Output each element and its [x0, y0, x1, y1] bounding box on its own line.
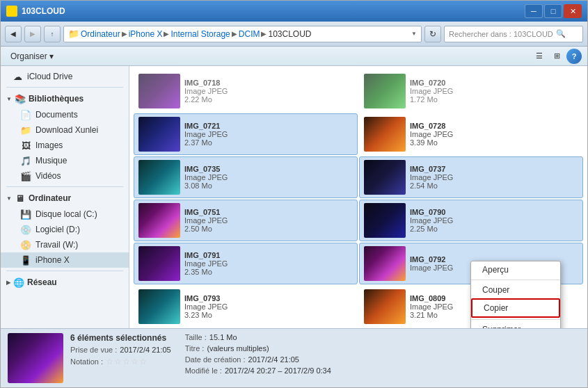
minimize-button[interactable]: ─	[525, 4, 543, 18]
file-thumbnail	[364, 289, 406, 324]
sidebar: ☁ iCloud Drive ▼ 📚 Bibliothèques 📄 Docum…	[1, 66, 129, 328]
context-menu-item-supprimer[interactable]: Supprimer	[471, 321, 560, 328]
file-name: IMG_0790	[410, 208, 578, 216]
file-item[interactable]: IMG_0751 Image JPEG 2.50 Mo	[134, 200, 358, 241]
file-type: Image JPEG	[410, 216, 578, 225]
file-item[interactable]: IMG_0718 Image JPEG 2.22 Mo	[134, 70, 358, 112]
refresh-button[interactable]: ↻	[424, 26, 441, 42]
computer-icon: 🖥	[15, 193, 26, 204]
breadcrumb-dropdown-icon[interactable]: ▼	[411, 31, 417, 37]
view-details-button[interactable]: ☰	[532, 49, 547, 64]
up-button[interactable]: ↑	[44, 26, 61, 42]
expand-icon-2: ▼	[6, 195, 12, 202]
sidebar-group-reseau[interactable]: ▶ 🌐 Réseau	[1, 274, 129, 291]
file-type: Image JPEG	[184, 130, 353, 138]
sidebar-item-download[interactable]: 📁 Download Xunlei	[1, 122, 129, 138]
network-icon: 🌐	[13, 277, 24, 288]
file-type: Image JPEG	[184, 216, 353, 225]
file-item[interactable]: IMG_0721 Image JPEG 2.37 Mo	[134, 113, 358, 155]
file-type: Image JPEG	[184, 173, 353, 181]
breadcrumb-item-iphone[interactable]: iPhone X	[129, 29, 163, 39]
expand-icon: ▼	[6, 96, 12, 102]
file-thumbnail	[364, 246, 406, 281]
context-menu-separator-2	[471, 319, 560, 320]
file-name: IMG_0793	[184, 294, 353, 302]
back-button[interactable]: ◀	[5, 26, 22, 42]
disk-d-icon: 💿	[20, 224, 31, 235]
sidebar-item-w-drive[interactable]: 📀 Travail (W:)	[1, 237, 129, 252]
sidebar-item-d-drive[interactable]: 💿 Logiciel (D:)	[1, 222, 129, 237]
star-1[interactable]: ☆	[106, 357, 113, 366]
file-type: Image JPEG	[184, 302, 353, 311]
file-thumbnail	[138, 246, 180, 281]
sidebar-group-ordinateur[interactable]: ▼ 🖥 Ordinateur	[1, 190, 129, 207]
sidebar-item-iphone[interactable]: 📱 iPhone X	[1, 252, 129, 268]
sidebar-item-images[interactable]: 🖼 Images	[1, 138, 129, 153]
download-icon: 📁	[20, 124, 31, 136]
help-button[interactable]: ?	[566, 49, 582, 64]
star-3[interactable]: ☆	[122, 357, 130, 366]
search-icon[interactable]: 🔍	[556, 29, 566, 38]
breadcrumb-item-ordinateur[interactable]: Ordinateur	[81, 29, 120, 39]
sidebar-item-c-drive[interactable]: 💾 Disque local (C:)	[1, 207, 129, 222]
organiser-label: Organiser	[10, 51, 47, 61]
file-item[interactable]: IMG_0728 Image JPEG 3.39 Mo	[359, 113, 583, 155]
context-menu-item-couper[interactable]: Couper	[471, 282, 560, 298]
breadcrumb-item-dcim[interactable]: DCIM	[239, 29, 260, 39]
search-bar[interactable]: Rechercher dans : 103CLOUD 🔍	[444, 26, 583, 42]
sidebar-divider-1	[6, 87, 123, 88]
file-thumbnail	[364, 74, 406, 108]
breadcrumb-item-storage[interactable]: Internal Storage	[170, 29, 230, 39]
star-rating[interactable]: ☆ ☆ ☆ ☆ ☆	[106, 357, 147, 366]
file-name: IMG_0718	[184, 79, 353, 87]
file-item[interactable]: IMG_0737 Image JPEG 2.54 Mo	[359, 156, 583, 198]
toolbar: Organiser ▾ ☰ ⊞ ?	[1, 47, 587, 66]
breadcrumb-folder-icon: 📁	[68, 29, 79, 39]
file-thumbnail	[138, 289, 180, 324]
sidebar-divider-3	[6, 270, 123, 271]
file-item[interactable]: IMG_0791 Image JPEG 2.35 Mo	[134, 243, 358, 284]
music-icon: 🎵	[20, 155, 31, 166]
sidebar-item-musique[interactable]: 🎵 Musique	[1, 153, 129, 168]
context-menu-item-copier[interactable]: Copier	[471, 298, 560, 318]
file-thumbnail	[138, 117, 180, 152]
taille-label: Taille :	[185, 333, 207, 341]
star-2[interactable]: ☆	[114, 357, 122, 366]
file-thumbnail	[138, 74, 180, 108]
close-button[interactable]: ✕	[564, 4, 582, 18]
file-thumbnail	[364, 203, 406, 238]
file-item[interactable]: IMG_0720 Image JPEG 1.72 Mo	[359, 70, 583, 112]
file-item[interactable]: IMG_0735 Image JPEG 3.08 Mo	[134, 156, 358, 198]
organiser-button[interactable]: Organiser ▾	[6, 50, 58, 63]
statusbar: 6 éléments sélectionnés Prise de vue : 2…	[1, 328, 587, 387]
file-item[interactable]: IMG_0793 Image JPEG 3.23 Mo	[134, 286, 358, 328]
file-thumbnail	[138, 203, 180, 238]
file-size: 3.39 Mo	[410, 138, 578, 147]
date-value: 2017/2/4 21:05	[248, 355, 299, 364]
iphone-icon: 📱	[20, 254, 31, 266]
content-area[interactable]: IMG_0718 Image JPEG 2.22 Mo IMG_0720 Ima…	[129, 66, 587, 328]
star-5[interactable]: ☆	[139, 357, 147, 366]
file-name: IMG_0735	[184, 165, 353, 173]
organiser-dropdown-icon: ▾	[49, 51, 54, 61]
view-tiles-button[interactable]: ⊞	[549, 49, 564, 64]
maximize-button[interactable]: □	[544, 4, 562, 18]
file-item[interactable]: IMG_0790 Image JPEG 2.25 Mo	[359, 200, 583, 241]
file-name: IMG_0720	[410, 79, 578, 87]
breadcrumb-current: 103CLOUD	[268, 29, 311, 39]
expand-icon-3: ▶	[6, 280, 10, 286]
forward-button[interactable]: ▶	[24, 26, 41, 42]
sidebar-group-bibliotheques[interactable]: ▼ 📚 Bibliothèques	[1, 90, 129, 107]
icloud-icon: ☁	[12, 71, 23, 82]
bibliotheques-icon: 📚	[15, 93, 26, 104]
addressbar: ◀ ▶ ↑ 📁 Ordinateur ▶ iPhone X ▶ Internal…	[1, 22, 587, 47]
context-menu-item-apercu[interactable]: Aperçu	[471, 261, 560, 278]
star-4[interactable]: ☆	[131, 357, 138, 366]
file-size: 3.23 Mo	[184, 311, 353, 319]
sidebar-item-videos[interactable]: 🎬 Vidéos	[1, 168, 129, 184]
sidebar-item-icloud[interactable]: ☁ iCloud Drive	[1, 69, 129, 84]
breadcrumb-bar[interactable]: 📁 Ordinateur ▶ iPhone X ▶ Internal Stora…	[63, 26, 422, 42]
sidebar-item-documents[interactable]: 📄 Documents	[1, 107, 129, 122]
date-label: Date de création :	[185, 355, 246, 364]
file-type: Image JPEG	[410, 173, 578, 181]
